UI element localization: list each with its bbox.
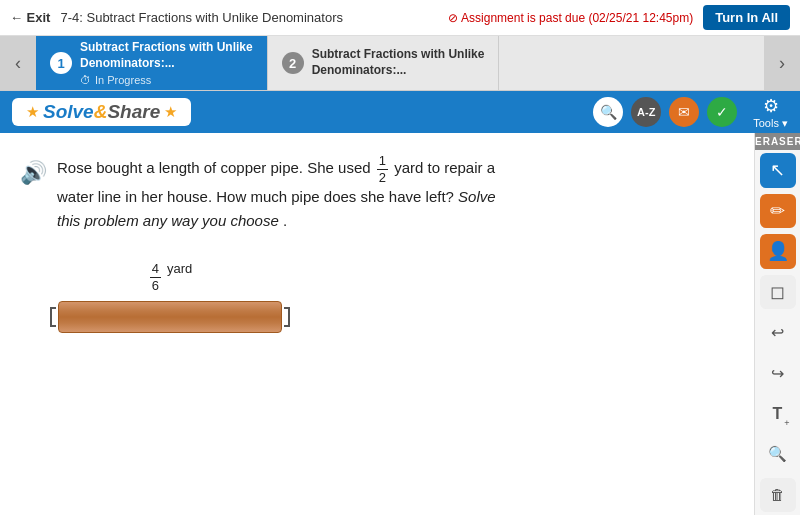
- tools-label: Tools ▾: [753, 117, 788, 130]
- az-button[interactable]: A-Z: [631, 97, 661, 127]
- lesson-title: 7-4: Subtract Fractions with Unlike Deno…: [50, 10, 448, 25]
- bracket-left: [50, 307, 56, 327]
- assignment-warning: ⊘ Assignment is past due (02/25/21 12:45…: [448, 11, 693, 25]
- fraction-denominator: 2: [377, 170, 388, 186]
- tools-menu-button[interactable]: ⚙ Tools ▾: [753, 95, 788, 130]
- bracket-right: [284, 307, 290, 327]
- share-text: Share: [107, 101, 160, 123]
- select-icon: ↖: [770, 159, 785, 181]
- pipe-visual: [50, 297, 290, 337]
- tools-panel-header: ERASER: [755, 133, 800, 150]
- nav-item-1-number: 1: [50, 52, 72, 74]
- solve-share-logo: ★ Solve & Share ★: [12, 98, 191, 126]
- pipe-body: [58, 301, 282, 333]
- pipe-fraction: 4 6: [150, 261, 161, 293]
- eraser-tool-button[interactable]: ◻: [760, 275, 796, 310]
- nav-item-2-number: 2: [282, 52, 304, 74]
- period: .: [283, 212, 287, 229]
- turn-in-button[interactable]: Turn In All: [703, 5, 790, 30]
- check-icon-button[interactable]: ✓: [707, 97, 737, 127]
- fraction-half: 1 2: [377, 153, 388, 185]
- text-tool-button[interactable]: T +: [760, 396, 796, 431]
- select-tool-button[interactable]: ↖: [760, 153, 796, 188]
- exit-button[interactable]: ← Exit: [10, 10, 50, 25]
- delete-tool-button[interactable]: 🗑: [760, 478, 796, 513]
- pipe-diagram: 4 6 yard: [50, 261, 290, 337]
- nav-item-2[interactable]: 2 Subtract Fractions with UnlikeDenomina…: [268, 36, 500, 90]
- eraser-icon: ◻: [770, 281, 785, 303]
- nav-item-1-status: ⏱ In Progress: [80, 74, 253, 86]
- tools-icon: ⚙: [763, 95, 779, 117]
- search-icon-button[interactable]: 🔍: [593, 97, 623, 127]
- nav-prev-button[interactable]: ‹: [0, 36, 36, 90]
- nav-item-2-title: Subtract Fractions with UnlikeDenominato…: [312, 47, 485, 78]
- fraction-numerator: 1: [377, 153, 388, 170]
- text-icon-sub: +: [784, 418, 789, 428]
- pencil-tool-button[interactable]: ✏: [760, 194, 796, 229]
- nav-bar: ‹ 1 Subtract Fractions with UnlikeDenomi…: [0, 36, 800, 91]
- clock-icon: ⏱: [80, 74, 91, 86]
- nav-items: 1 Subtract Fractions with UnlikeDenomina…: [36, 36, 764, 90]
- nav-next-button[interactable]: ›: [764, 36, 800, 90]
- undo-icon: ↩: [771, 323, 784, 342]
- redo-icon: ↪: [771, 364, 784, 383]
- stamp-icon: 👤: [767, 240, 789, 262]
- nav-item-1[interactable]: 1 Subtract Fractions with UnlikeDenomina…: [36, 36, 268, 90]
- pipe-label: 4 6 yard: [50, 261, 290, 293]
- zoom-icon: 🔍: [768, 445, 787, 463]
- main-content: 🔊 Rose bought a length of copper pipe. S…: [0, 133, 800, 515]
- top-bar: ← Exit 7-4: Subtract Fractions with Unli…: [0, 0, 800, 36]
- nav-item-1-title: Subtract Fractions with UnlikeDenominato…: [80, 40, 253, 71]
- zoom-tool-button[interactable]: 🔍: [760, 437, 796, 472]
- solve-text: Solve: [43, 101, 94, 123]
- ampersand-text: &: [94, 101, 108, 123]
- content-area: 🔊 Rose bought a length of copper pipe. S…: [0, 133, 754, 515]
- problem-body: Rose bought a length of copper pipe. She…: [57, 153, 520, 233]
- stamp-tool-button[interactable]: 👤: [760, 234, 796, 269]
- pipe-unit: yard: [167, 261, 192, 276]
- trash-icon: 🗑: [770, 486, 785, 503]
- section-header: ★ Solve & Share ★ 🔍 A-Z ✉ ✓ ⚙ Tools ▾: [0, 91, 800, 133]
- pencil-icon: ✏: [770, 200, 785, 222]
- undo-button[interactable]: ↩: [760, 315, 796, 350]
- star-right-icon: ★: [164, 103, 177, 121]
- text-icon: T: [773, 405, 783, 423]
- speaker-icon[interactable]: 🔊: [20, 155, 47, 190]
- problem-text-before: Rose bought a length of copper pipe. She…: [57, 159, 375, 176]
- redo-button[interactable]: ↪: [760, 356, 796, 391]
- tools-panel: ERASER ↖ ✏ 👤 ◻ ↩ ↪ T + 🔍: [754, 133, 800, 515]
- star-left-icon: ★: [26, 103, 39, 121]
- header-icons: 🔍 A-Z ✉ ✓ ⚙ Tools ▾: [593, 95, 788, 130]
- email-icon-button[interactable]: ✉: [669, 97, 699, 127]
- problem-text: 🔊 Rose bought a length of copper pipe. S…: [20, 153, 520, 233]
- pipe-fraction-denominator: 6: [150, 278, 161, 294]
- pipe-fraction-numerator: 4: [150, 261, 161, 278]
